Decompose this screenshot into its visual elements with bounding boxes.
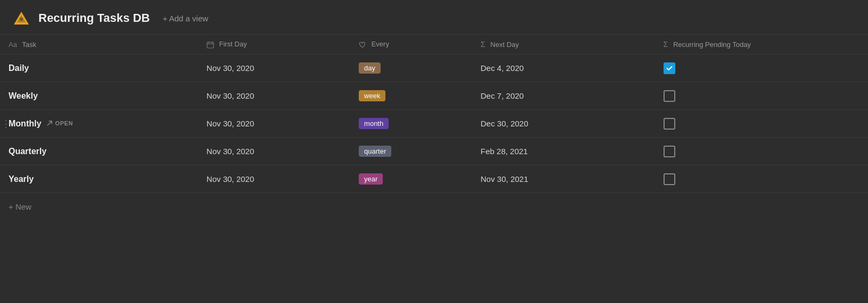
table-header-row: Aa Task First Day: [0, 35, 868, 54]
table-wrapper: Aa Task First Day: [0, 35, 868, 221]
header: Recurring Tasks DB + Add a view: [0, 0, 868, 35]
page-title: Recurring Tasks DB: [38, 11, 150, 25]
every-tag[interactable]: day: [359, 62, 381, 74]
checkbox-empty[interactable]: [664, 90, 675, 102]
sigma-icon-nextday: Σ: [480, 40, 485, 49]
open-badge[interactable]: OPEN: [46, 120, 73, 126]
next-day-cell: Dec 30, 2020: [472, 110, 654, 138]
first-day-cell: Nov 30, 2020: [198, 54, 350, 82]
checkbox-empty[interactable]: [664, 146, 675, 157]
checkbox-empty[interactable]: [664, 118, 675, 130]
recurring-cell: [655, 165, 868, 193]
first-day-cell: Nov 30, 2020: [198, 138, 350, 165]
col-header-recurring: Σ Recurring Pending Today: [655, 35, 868, 54]
task-cell: Daily: [0, 54, 198, 82]
col-header-task: Aa Task: [0, 35, 198, 54]
next-day-cell: Feb 28, 2021: [472, 138, 654, 165]
first-day-cell: Nov 30, 2020: [198, 82, 350, 110]
every-tag[interactable]: year: [359, 173, 383, 185]
data-table: Aa Task First Day: [0, 35, 868, 221]
every-cell: year: [350, 165, 472, 193]
every-cell: day: [350, 54, 472, 82]
new-row: + New: [0, 193, 868, 221]
task-cell: Weekly: [0, 82, 198, 110]
table-row: DailyNov 30, 2020dayDec 4, 2020: [0, 54, 868, 82]
checkbox-checked[interactable]: [664, 62, 675, 74]
every-tag[interactable]: month: [359, 118, 389, 129]
task-cell: ⋮Monthly OPEN: [0, 110, 198, 138]
task-cell: Quarterly: [0, 138, 198, 165]
add-view-label: + Add a view: [163, 14, 208, 23]
recurring-cell: [655, 110, 868, 138]
col-header-nextday: Σ Next Day: [472, 35, 654, 54]
calendar-icon: [207, 40, 216, 48]
logo-icon: [13, 10, 30, 27]
svg-point-2: [20, 18, 23, 21]
task-name: Quarterly: [9, 147, 46, 156]
next-day-cell: Dec 7, 2020: [472, 82, 654, 110]
text-icon: Aa: [9, 41, 17, 49]
col-header-every: Every: [350, 35, 472, 54]
every-tag[interactable]: week: [359, 90, 385, 101]
task-name: Monthly: [9, 119, 41, 128]
heart-icon: [359, 40, 368, 48]
col-header-firstday: First Day: [198, 35, 350, 54]
first-day-cell: Nov 30, 2020: [198, 165, 350, 193]
next-day-cell: Nov 30, 2021: [472, 165, 654, 193]
svg-rect-3: [207, 42, 214, 48]
every-cell: month: [350, 110, 472, 138]
recurring-cell: [655, 138, 868, 165]
checkbox-empty[interactable]: [664, 173, 675, 185]
table-row: WeeklyNov 30, 2020weekDec 7, 2020: [0, 82, 868, 110]
task-cell: Yearly: [0, 165, 198, 193]
table-row: QuarterlyNov 30, 2020quarterFeb 28, 2021: [0, 138, 868, 165]
every-cell: week: [350, 82, 472, 110]
next-day-cell: Dec 4, 2020: [472, 54, 654, 82]
table-row: YearlyNov 30, 2020yearNov 30, 2021: [0, 165, 868, 193]
recurring-cell: [655, 82, 868, 110]
task-name: Daily: [9, 63, 29, 73]
first-day-cell: Nov 30, 2020: [198, 110, 350, 138]
add-view-button[interactable]: + Add a view: [159, 12, 212, 25]
every-tag[interactable]: quarter: [359, 146, 391, 157]
new-row-label: + New: [9, 202, 31, 211]
every-cell: quarter: [350, 138, 472, 165]
task-name: Weekly: [9, 91, 38, 100]
task-name: Yearly: [9, 174, 34, 184]
app-container: Recurring Tasks DB + Add a view Aa Task: [0, 0, 868, 303]
new-row-button[interactable]: + New: [0, 195, 868, 219]
recurring-cell: [655, 54, 868, 82]
sigma-icon-recurring: Σ: [664, 40, 668, 49]
drag-handle-icon: ⋮: [1, 119, 11, 129]
table-row: ⋮Monthly OPEN Nov 30, 2020monthDec 30, 2…: [0, 110, 868, 138]
